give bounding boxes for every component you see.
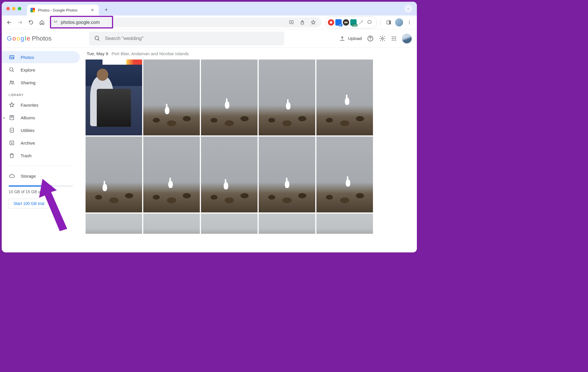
- browser-tab-strip: Photos - Google Photos ✕ +: [2, 2, 417, 16]
- window-minimize-button[interactable]: [12, 7, 16, 10]
- nav-home-button[interactable]: [37, 18, 47, 27]
- puzzle-icon: [367, 20, 372, 25]
- photo-thumbnail[interactable]: [86, 214, 142, 234]
- nav-back-button[interactable]: [5, 18, 14, 27]
- extension-gray-icon[interactable]: [358, 19, 364, 26]
- photo-thumbnail[interactable]: [143, 60, 200, 135]
- sidebar-item-label: Sharing: [21, 80, 36, 85]
- nav-reload-button[interactable]: [26, 18, 36, 27]
- sidebar: Photos Explore Sharing LIBRARY Favorites…: [2, 48, 82, 252]
- photo-thumbnail[interactable]: [316, 60, 373, 135]
- trash-icon: [9, 153, 15, 158]
- photo-thumbnail[interactable]: [316, 214, 373, 234]
- photo-thumbnail[interactable]: [259, 60, 315, 135]
- home-icon: [39, 20, 45, 25]
- photo-thumbnail[interactable]: [259, 137, 315, 212]
- svg-point-17: [395, 36, 396, 37]
- sidebar-item-label: Explore: [21, 68, 35, 72]
- photo-thumbnail[interactable]: [86, 60, 142, 135]
- apps-menu-button[interactable]: [391, 36, 397, 41]
- sidebar-item-favorites[interactable]: Favorites: [2, 99, 80, 111]
- logo-product-name: Photos: [32, 35, 52, 42]
- svg-point-21: [392, 40, 393, 41]
- google-photos-logo[interactable]: Google Photos: [7, 35, 52, 42]
- tab-favicon-icon: [30, 8, 35, 12]
- extension-adblock-icon[interactable]: [328, 19, 334, 26]
- side-panel-button[interactable]: [384, 18, 393, 27]
- photo-thumbnail[interactable]: [143, 137, 200, 212]
- window-maximize-button[interactable]: [18, 7, 21, 10]
- photo-thumbnail[interactable]: [201, 60, 258, 135]
- arrow-right-icon: [18, 20, 23, 25]
- svg-point-23: [395, 40, 396, 41]
- help-button[interactable]: [367, 35, 374, 42]
- svg-point-3: [56, 22, 57, 23]
- extension-blue-icon[interactable]: 9+: [335, 19, 342, 26]
- chrome-menu-button[interactable]: [405, 18, 414, 27]
- storage-progress-fill: [9, 185, 52, 187]
- apps-grid-icon: [391, 36, 397, 41]
- kebab-icon: [407, 20, 412, 25]
- photo-thumbnail[interactable]: [201, 137, 258, 212]
- sidebar-item-explore[interactable]: Explore: [2, 64, 80, 76]
- svg-point-10: [409, 22, 410, 23]
- sidebar-item-albums[interactable]: ▸ Albums: [2, 112, 80, 124]
- address-bar[interactable]: photos.google.com: [51, 18, 321, 27]
- upload-button[interactable]: Upload: [339, 36, 362, 41]
- chrome-profile-avatar[interactable]: [395, 18, 403, 26]
- photo-content-area: Tue, May 9 Port Blair, Andaman and Nicob…: [82, 48, 417, 252]
- svg-point-27: [12, 81, 13, 82]
- tab-close-button[interactable]: ✕: [90, 7, 95, 13]
- account-avatar[interactable]: [402, 34, 412, 43]
- star-icon: [9, 102, 15, 108]
- bookmark-button[interactable]: [309, 18, 317, 26]
- install-icon: [289, 20, 294, 25]
- extensions-pill[interactable]: 9+ 1.00: [325, 16, 377, 28]
- site-settings-icon[interactable]: [53, 20, 58, 25]
- sidebar-item-archive[interactable]: Archive: [2, 137, 80, 149]
- install-app-button[interactable]: [287, 18, 295, 26]
- svg-point-11: [409, 23, 410, 24]
- svg-rect-8: [389, 21, 391, 24]
- sidebar-item-trash[interactable]: Trash: [2, 149, 80, 162]
- tab-search-button[interactable]: [404, 5, 412, 13]
- sidebar-item-storage[interactable]: Storage: [2, 170, 80, 182]
- sidebar-item-photos[interactable]: Photos: [2, 51, 80, 63]
- share-button[interactable]: [298, 18, 306, 26]
- svg-point-15: [392, 36, 393, 37]
- extension-teal-icon[interactable]: 1.00: [350, 19, 357, 26]
- sidebar-item-sharing[interactable]: Sharing: [2, 76, 80, 89]
- new-tab-button[interactable]: +: [102, 6, 110, 14]
- photo-thumbnail[interactable]: [143, 214, 200, 234]
- search-input[interactable]: [105, 36, 279, 41]
- date-text: Tue, May 9: [87, 51, 108, 56]
- sidebar-item-utilities[interactable]: Utilities: [2, 124, 80, 136]
- sidebar-item-label: Archive: [21, 141, 35, 145]
- photo-thumbnail[interactable]: [86, 137, 142, 212]
- photo-thumbnail[interactable]: [259, 214, 315, 234]
- archive-icon: [9, 140, 15, 146]
- photo-thumbnail[interactable]: [316, 137, 373, 212]
- url-text: photos.google.com: [61, 20, 285, 25]
- settings-button[interactable]: [379, 35, 386, 42]
- extensions-menu-button[interactable]: [365, 18, 374, 27]
- nav-forward-button[interactable]: [16, 18, 25, 27]
- check-square-icon: [9, 127, 15, 133]
- photo-thumbnail[interactable]: [201, 214, 258, 234]
- divider: [380, 19, 381, 26]
- extension-dark-icon[interactable]: [343, 19, 349, 26]
- search-bar[interactable]: [89, 32, 284, 45]
- sidebar-item-label: Trash: [21, 153, 32, 158]
- sidebar-item-label: Photos: [21, 55, 34, 60]
- gear-icon: [379, 35, 386, 42]
- search-icon: [94, 35, 100, 42]
- sidebar-item-label: Favorites: [21, 103, 38, 108]
- extensions-row: 9+ 1.00: [325, 16, 414, 28]
- people-icon: [9, 80, 15, 85]
- window-close-button[interactable]: [6, 7, 10, 10]
- help-icon: [367, 35, 374, 42]
- reload-icon: [28, 20, 34, 25]
- browser-tab[interactable]: Photos - Google Photos ✕: [27, 5, 99, 16]
- storage-trial-button[interactable]: Start 100 GB trial: [9, 199, 49, 208]
- svg-rect-0: [54, 21, 55, 21]
